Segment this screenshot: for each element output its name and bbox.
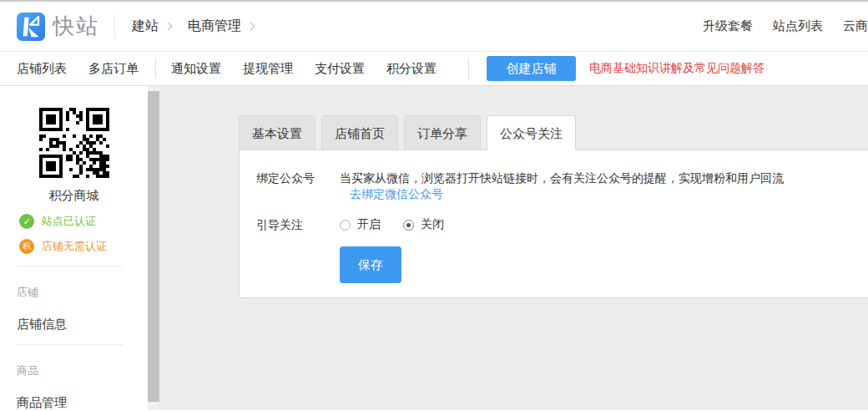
- logo-wordmark[interactable]: 快站: [53, 12, 99, 41]
- site-verified-badge: ✓ 站点已认证: [19, 214, 148, 229]
- nav-payment-settings[interactable]: 支付设置: [315, 61, 365, 77]
- top-link-site-list[interactable]: 站点列表: [773, 18, 823, 34]
- radio-on[interactable]: [340, 220, 351, 231]
- sidebar-section-shop: 店铺: [17, 285, 148, 300]
- shop-cert-label: 店铺无需认证: [42, 239, 107, 254]
- radio-off-label[interactable]: 关闭: [421, 217, 444, 232]
- sidebar: 积分商城 ✓ 站点已认证 积 店铺无需认证 店铺 店铺信息 商品 商品管理: [0, 86, 148, 410]
- radio-off[interactable]: [403, 220, 414, 231]
- settings-tabs: 基本设置 店铺首页 订单分享 公众号关注: [239, 115, 868, 150]
- sidebar-item-goods-mgmt[interactable]: 商品管理: [17, 395, 148, 411]
- breadcrumb-ecommerce[interactable]: 电商管理: [188, 18, 241, 35]
- chevron-right-icon: [164, 22, 173, 30]
- site-verified-label: 站点已认证: [42, 214, 96, 229]
- tab-basic-settings[interactable]: 基本设置: [239, 115, 315, 150]
- points-icon: 积: [19, 239, 34, 254]
- sidebar-divider: [17, 344, 123, 345]
- sidebar-divider: [17, 266, 123, 266]
- topbar-right-nav: 升级套餐 站点列表 云商: [683, 18, 868, 34]
- qr-code-image: [39, 108, 109, 181]
- nav-shop-list[interactable]: 店铺列表: [17, 61, 67, 77]
- qr-caption: 积分商城: [0, 188, 148, 204]
- nav-notify-settings[interactable]: 通知设置: [171, 61, 221, 77]
- sidebar-scrollbar[interactable]: [148, 86, 159, 410]
- nav-points-settings[interactable]: 积分设置: [386, 61, 437, 77]
- bind-account-row: 绑定公众号 当买家从微信，浏览器打开快站链接时，会有关注公众号的提醒，实现增粉和…: [256, 170, 868, 202]
- top-bar: 快站 建站 电商管理 升级套餐 站点列表 云商: [0, 2, 868, 52]
- page-body: 积分商城 ✓ 站点已认证 积 店铺无需认证 店铺 店铺信息 商品 商品管理 基本…: [0, 86, 868, 410]
- check-icon: ✓: [19, 214, 34, 229]
- nav-multi-orders[interactable]: 多店订单: [88, 61, 139, 77]
- kuaizhan-logo-icon[interactable]: [17, 13, 45, 41]
- guide-follow-row: 引导关注 开启 关闭: [256, 217, 868, 233]
- create-shop-button[interactable]: 创建店铺: [487, 56, 576, 81]
- tab-shop-home[interactable]: 店铺首页: [321, 115, 398, 150]
- top-link-cloud[interactable]: 云商: [843, 18, 868, 34]
- bind-wechat-link[interactable]: 去绑定微信公众号: [350, 187, 443, 200]
- top-link-upgrade[interactable]: 升级套餐: [703, 18, 753, 34]
- tab-order-share[interactable]: 订单分享: [404, 115, 481, 150]
- topbar-divider: [114, 15, 115, 38]
- radio-on-label[interactable]: 开启: [357, 217, 381, 232]
- nav-divider: [468, 58, 469, 79]
- tab-official-account-follow[interactable]: 公众号关注: [487, 115, 576, 150]
- nav-withdraw-mgmt[interactable]: 提现管理: [243, 61, 293, 77]
- scrollbar-thumb[interactable]: [148, 91, 159, 402]
- chevron-right-icon: [247, 22, 255, 30]
- save-button[interactable]: 保存: [340, 246, 401, 283]
- guide-follow-label: 引导关注: [256, 217, 340, 233]
- bind-account-label: 绑定公众号: [256, 170, 340, 186]
- guide-follow-radio-group: 开启 关闭: [340, 217, 444, 232]
- main-content: 基本设置 店铺首页 订单分享 公众号关注 绑定公众号 当买家从微信，浏览器打开快…: [159, 86, 868, 410]
- tab-panel: 绑定公众号 当买家从微信，浏览器打开快站链接时，会有关注公众号的提醒，实现增粉和…: [239, 150, 868, 298]
- shop-cert-badge: 积 店铺无需认证: [19, 239, 148, 254]
- sidebar-section-goods: 商品: [17, 363, 148, 378]
- sidebar-item-shop-info[interactable]: 店铺信息: [17, 317, 148, 332]
- bind-account-description: 当买家从微信，浏览器打开快站链接时，会有关注公众号的提醒，实现增粉和用户回流: [340, 171, 784, 185]
- secondary-nav: 店铺列表 多店订单 通知设置 提现管理 支付设置 积分设置 创建店铺 电商基础知…: [0, 52, 868, 86]
- ecommerce-help-link[interactable]: 电商基础知识讲解及常见问题解答: [589, 61, 765, 76]
- nav-divider: [155, 58, 156, 79]
- breadcrumb-jianzhan[interactable]: 建站: [132, 18, 159, 35]
